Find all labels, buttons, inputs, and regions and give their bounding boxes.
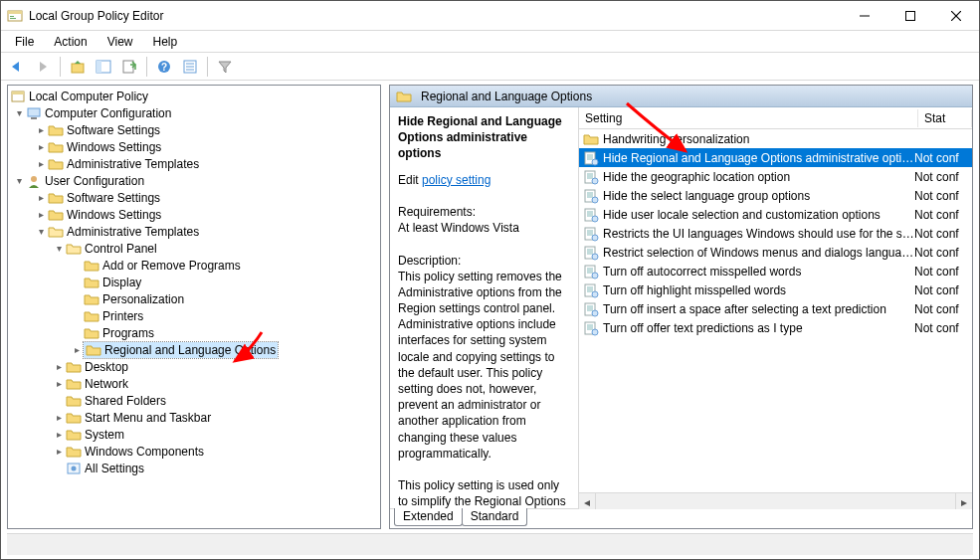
tree-item[interactable]: ▸Windows Settings	[8, 138, 380, 155]
list-item[interactable]: Hide user locale selection and customiza…	[579, 205, 972, 224]
edit-policy-link[interactable]: policy setting	[422, 173, 490, 187]
scroll-left-arrow[interactable]: ◂	[579, 493, 596, 509]
list-item[interactable]: Hide the geographic location optionNot c…	[579, 167, 972, 186]
tree-user-config[interactable]: ▾ User Configuration	[8, 172, 380, 189]
policy-icon	[10, 89, 26, 104]
list-item[interactable]: Turn off highlight misspelled wordsNot c…	[579, 280, 972, 299]
tree-admin-templates[interactable]: ▾Administrative Templates	[8, 223, 380, 240]
list-item[interactable]: Restricts the UI languages Windows shoul…	[579, 224, 972, 243]
list-item-label: Hide the geographic location option	[603, 170, 914, 184]
folder-icon	[84, 325, 99, 341]
tree-all-settings[interactable]: All Settings	[8, 460, 380, 476]
close-button[interactable]	[933, 1, 979, 30]
tree-item[interactable]: ▸Software Settings	[8, 189, 380, 206]
folder-open-icon	[48, 224, 64, 240]
user-icon	[26, 173, 42, 189]
tree-control-panel[interactable]: ▾Control Panel	[8, 240, 380, 257]
list-item[interactable]: Hide the select language group optionsNo…	[579, 186, 972, 205]
tree-label: Programs	[102, 326, 154, 340]
tab-extended[interactable]: Extended	[394, 508, 463, 526]
forward-button[interactable]	[31, 55, 55, 79]
filter-button[interactable]	[213, 55, 237, 79]
chevron-down-icon[interactable]: ▾	[52, 243, 66, 254]
scroll-right-arrow[interactable]: ▸	[955, 493, 972, 509]
tree-item[interactable]: ▸Desktop	[8, 358, 380, 375]
tree-item[interactable]: ▸Start Menu and Taskbar	[8, 409, 380, 426]
chevron-right-icon[interactable]: ▸	[34, 124, 48, 135]
back-button[interactable]	[5, 55, 29, 79]
list-item-state: Not conf	[914, 170, 968, 184]
menu-action[interactable]: Action	[44, 33, 97, 51]
svg-rect-19	[12, 92, 24, 94]
tree-item[interactable]: ▸Administrative Templates	[8, 155, 380, 172]
tree-root[interactable]: Local Computer Policy	[8, 88, 380, 104]
export-list-button[interactable]	[117, 55, 141, 79]
tree-label: Computer Configuration	[45, 106, 171, 120]
chevron-down-icon[interactable]: ▾	[12, 175, 26, 186]
tree-regional-options[interactable]: ▸Regional and Language Options	[8, 341, 380, 358]
description-pane[interactable]: Hide Regional and Language Options admin…	[390, 107, 579, 509]
tree-label: Desktop	[85, 360, 128, 374]
svg-point-54	[592, 254, 598, 260]
col-setting[interactable]: Setting	[579, 109, 918, 127]
col-state[interactable]: Stat	[918, 109, 972, 127]
chevron-right-icon[interactable]: ▸	[52, 446, 66, 457]
tree-item[interactable]: Add or Remove Programs	[8, 257, 380, 274]
chevron-right-icon[interactable]: ▸	[34, 141, 48, 152]
chevron-right-icon[interactable]: ▸	[52, 429, 66, 440]
tree-item[interactable]: ▸Windows Components	[8, 443, 380, 460]
menu-view[interactable]: View	[98, 33, 143, 51]
maximize-button[interactable]	[887, 1, 933, 30]
properties-button[interactable]	[178, 55, 202, 79]
tree-item[interactable]: Personalization	[8, 290, 380, 307]
chevron-right-icon[interactable]: ▸	[52, 361, 66, 372]
chevron-right-icon[interactable]: ▸	[34, 158, 48, 169]
minimize-button[interactable]	[842, 1, 887, 30]
list-item[interactable]: Hide Regional and Language Options admin…	[579, 148, 972, 167]
tree-label: Windows Settings	[67, 208, 161, 222]
up-button[interactable]	[66, 55, 90, 79]
tree-label: Printers	[102, 309, 143, 323]
menu-help[interactable]: Help	[143, 33, 188, 51]
menu-file[interactable]: File	[5, 33, 44, 51]
chevron-down-icon[interactable]: ▾	[34, 226, 48, 237]
chevron-right-icon[interactable]: ▸	[34, 209, 48, 220]
list-folder-item[interactable]: Handwriting personalization	[579, 129, 972, 148]
tree-computer-config[interactable]: ▾ Computer Configuration	[8, 104, 380, 121]
list-item[interactable]: Turn off autocorrect misspelled wordsNot…	[579, 262, 972, 280]
folder-icon	[86, 342, 101, 358]
svg-point-34	[592, 178, 598, 184]
horizontal-scrollbar[interactable]: ◂ ▸	[579, 492, 972, 509]
list-item-label: Restrict selection of Windows menus and …	[603, 246, 914, 260]
policy-icon	[583, 188, 599, 204]
list-body[interactable]: Handwriting personalizationHide Regional…	[579, 129, 972, 492]
tree-item[interactable]: Shared Folders	[8, 392, 380, 409]
chevron-right-icon[interactable]: ▸	[52, 378, 66, 389]
tree-item[interactable]: Display	[8, 274, 380, 290]
chevron-right-icon[interactable]: ▸	[70, 344, 84, 355]
tree-item[interactable]: Printers	[8, 307, 380, 324]
list-item[interactable]: Restrict selection of Windows menus and …	[579, 243, 972, 262]
svg-rect-1	[8, 11, 22, 14]
tree-item[interactable]: Programs	[8, 324, 380, 341]
list-item-state: Not conf	[914, 189, 968, 203]
tree-item[interactable]: ▸Windows Settings	[8, 206, 380, 223]
chevron-right-icon[interactable]: ▸	[52, 412, 66, 423]
tree-pane[interactable]: Local Computer Policy ▾ Computer Configu…	[7, 85, 381, 529]
show-hide-tree-button[interactable]	[92, 55, 115, 79]
tree-label: Administrative Templates	[67, 157, 199, 171]
details-pane: Regional and Language Options Hide Regio…	[389, 85, 973, 529]
tab-standard[interactable]: Standard	[462, 508, 528, 526]
list-item[interactable]: Turn off offer text predictions as I typ…	[579, 318, 972, 337]
policy-icon	[583, 245, 599, 261]
chevron-right-icon[interactable]: ▸	[34, 192, 48, 203]
svg-point-49	[592, 235, 598, 241]
list-item[interactable]: Turn off insert a space after selecting …	[579, 299, 972, 318]
tree-item[interactable]: ▸Network	[8, 375, 380, 392]
svg-point-64	[592, 291, 598, 297]
list-item-state: Not conf	[914, 283, 968, 297]
tree-item[interactable]: ▸System	[8, 426, 380, 443]
help-button[interactable]: ?	[152, 55, 176, 79]
tree-item[interactable]: ▸Software Settings	[8, 121, 380, 138]
chevron-down-icon[interactable]: ▾	[12, 107, 26, 118]
